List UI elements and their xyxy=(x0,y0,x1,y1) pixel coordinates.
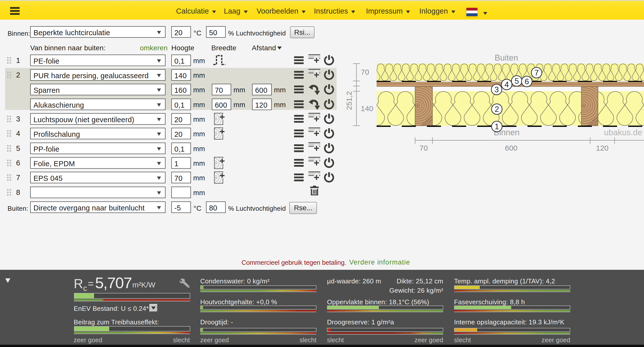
svg-text:1: 1 xyxy=(495,122,499,131)
svg-text:5: 5 xyxy=(514,77,519,85)
svg-text:4: 4 xyxy=(504,80,509,89)
svg-text:6: 6 xyxy=(525,77,529,86)
svg-text:70: 70 xyxy=(361,68,369,76)
svg-text:ubakus.de: ubakus.de xyxy=(604,128,642,137)
svg-text:7: 7 xyxy=(534,68,539,77)
svg-text:140: 140 xyxy=(361,104,373,113)
svg-text:2: 2 xyxy=(495,105,499,114)
svg-text:120: 120 xyxy=(596,144,609,152)
svg-text:251,2: 251,2 xyxy=(345,91,353,110)
svg-text:3: 3 xyxy=(494,85,499,94)
svg-text:70: 70 xyxy=(419,144,428,152)
svg-text:Buiten: Buiten xyxy=(495,53,518,62)
svg-text:600: 600 xyxy=(505,144,517,152)
